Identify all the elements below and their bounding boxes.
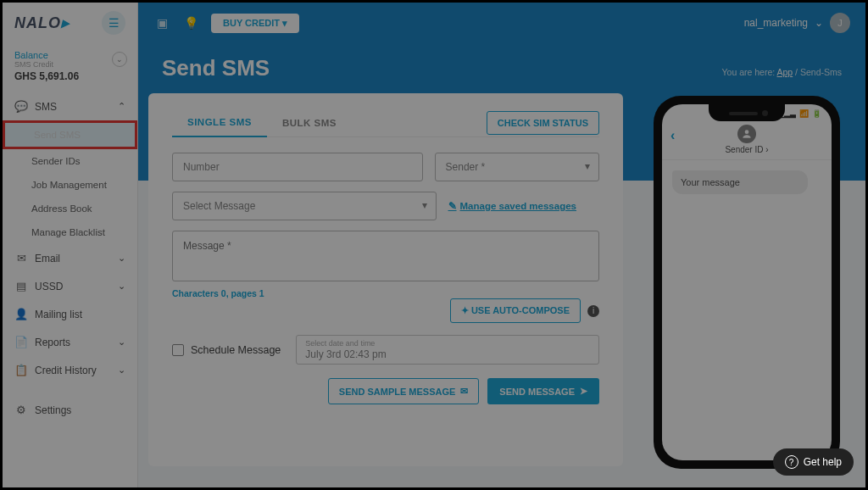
battery-icon: 🔋 [812,109,821,118]
avatar: J [830,13,850,33]
balance-amount: GHS 5,691.06 [14,70,125,82]
message-textarea[interactable] [172,231,599,281]
sidebar-item-label: USSD [35,281,63,292]
chat-icon: 💬 [14,100,28,113]
balance-sublabel: SMS Credit [14,60,125,69]
sidebar-subitem-address-book[interactable]: Address Book [3,197,137,220]
phone-preview: ▁▂▃ 📶 🔋 ‹ Sender ID › Your message [654,96,840,469]
buy-credit-button[interactable]: BUY CREDIT ▾ [211,14,299,33]
select-message-dropdown[interactable]: Select Message [172,192,437,220]
sidebar-item-mailing-list[interactable]: 👤 Mailing list [3,300,137,328]
sidebar-item-label: Mailing list [35,309,82,320]
chevron-down-icon: ⌄ [118,365,125,376]
send-sample-message-button[interactable]: SEND SAMPLE MESSAGE✉ [328,378,480,404]
mail-icon: ✉ [460,386,468,397]
gear-icon: ⚙ [14,404,28,416]
chevron-down-icon: ⌄ [118,253,125,264]
report-icon: 📄 [14,336,28,348]
sidebar-item-label: SMS [35,101,57,113]
sidebar-item-credit-history[interactable]: 📋 Credit History ⌄ [3,356,137,384]
sidebar-collapse-button[interactable]: ☰ [102,11,125,35]
keypad-icon: ▤ [14,280,28,292]
bulb-icon[interactable]: 💡 [182,14,199,31]
svg-point-0 [745,130,749,134]
breadcrumb-app-link[interactable]: App [777,67,793,77]
chevron-down-icon: ⌄ [815,17,823,29]
check-sim-status-button[interactable]: CHECK SIM STATUS [487,111,599,135]
send-icon: ➤ [580,386,587,397]
phone-back-icon: ‹ [670,128,675,143]
chevron-up-icon: ⌃ [118,101,125,112]
sidebar-item-email[interactable]: ✉ Email ⌄ [3,244,137,272]
history-icon: 📋 [14,364,28,376]
phone-avatar-icon [737,125,756,143]
sidebar-subitem-job-management[interactable]: Job Management [3,173,137,197]
get-help-button[interactable]: ? Get help [773,448,854,476]
fullscreen-icon[interactable]: ▣ [153,14,170,31]
sidebar: NALO▸ ☰ Balance SMS Credit GHS 5,691.06 … [3,3,138,487]
sidebar-item-reports[interactable]: 📄 Reports ⌄ [3,328,137,356]
phone-sender-label: Sender ID › [662,145,832,154]
chevron-down-icon: ⌄ [118,337,125,348]
topbar: ▣ 💡 BUY CREDIT ▾ nal_marketing ⌄ J [138,3,865,43]
manage-saved-messages-link[interactable]: ✎ Manage saved messages [448,200,599,212]
sidebar-item-label: Reports [35,337,70,348]
sidebar-subitem-send-sms[interactable]: Send SMS [3,120,137,149]
sidebar-item-label: Credit History [35,365,97,376]
contacts-icon: 👤 [14,308,28,320]
help-icon: ? [785,455,798,469]
sidebar-item-label: Email [35,253,60,264]
schedule-message-checkbox[interactable]: Schedule Message [172,344,281,356]
datetime-label: Select date and time [305,339,590,348]
tabs: SINGLE SMS BULK SMS CHECK SIM STATUS [172,109,599,137]
checkbox-icon [172,344,184,356]
balance-label: Balance [14,50,125,60]
mail-icon: ✉ [14,252,28,264]
logo-row: NALO▸ ☰ [3,3,137,43]
schedule-label: Schedule Message [191,344,281,356]
info-icon[interactable]: i [587,305,599,317]
wifi-icon: 📶 [799,109,809,118]
sidebar-item-ussd[interactable]: ▤ USSD ⌄ [3,272,137,300]
phone-notch [709,104,785,121]
breadcrumb-current: Send-Sms [800,67,842,77]
chevron-down-icon[interactable]: ⌄ [112,52,127,67]
user-menu[interactable]: nal_marketing ⌄ J [744,13,850,33]
sender-select[interactable]: Sender * [435,153,599,181]
tab-single-sms[interactable]: SINGLE SMS [172,109,267,137]
sidebar-subitem-sender-ids[interactable]: Sender IDs [3,149,137,173]
sidebar-item-settings[interactable]: ⚙ Settings [3,396,137,424]
send-sms-card: SINGLE SMS BULK SMS CHECK SIM STATUS Num… [148,93,623,466]
sidebar-item-sms[interactable]: 💬 SMS ⌃ [3,92,137,120]
number-field[interactable]: Number [172,153,423,181]
breadcrumb: You are here: App / Send-Sms [722,67,843,77]
phone-message-bubble: Your message [672,170,808,194]
sidebar-item-label: Settings [35,404,71,416]
send-message-button[interactable]: SEND MESSAGE➤ [487,378,599,404]
tab-bulk-sms[interactable]: BULK SMS [267,109,352,136]
main-content: ▣ 💡 BUY CREDIT ▾ nal_marketing ⌄ J Send … [138,3,865,487]
sms-subitems: Send SMS Sender IDs Job Management Addre… [3,120,137,244]
use-auto-compose-button[interactable]: ✦ USE AUTO-COMPOSE [450,298,581,323]
datetime-field[interactable]: Select date and time July 3rd 02:43 pm [296,335,599,365]
chevron-down-icon: ⌄ [118,281,125,292]
pencil-icon: ✎ [448,200,457,212]
logo: NALO▸ [14,14,70,32]
datetime-value: July 3rd 02:43 pm [305,348,590,360]
user-name: nal_marketing [744,17,808,29]
page-title: Send SMS [162,55,270,81]
page-header: Send SMS You are here: App / Send-Sms [138,43,865,93]
balance-block[interactable]: Balance SMS Credit GHS 5,691.06 ⌄ [3,43,137,92]
sidebar-subitem-manage-blacklist[interactable]: Manage Blacklist [3,220,137,244]
character-count: Characters 0, pages 1 [172,288,599,298]
